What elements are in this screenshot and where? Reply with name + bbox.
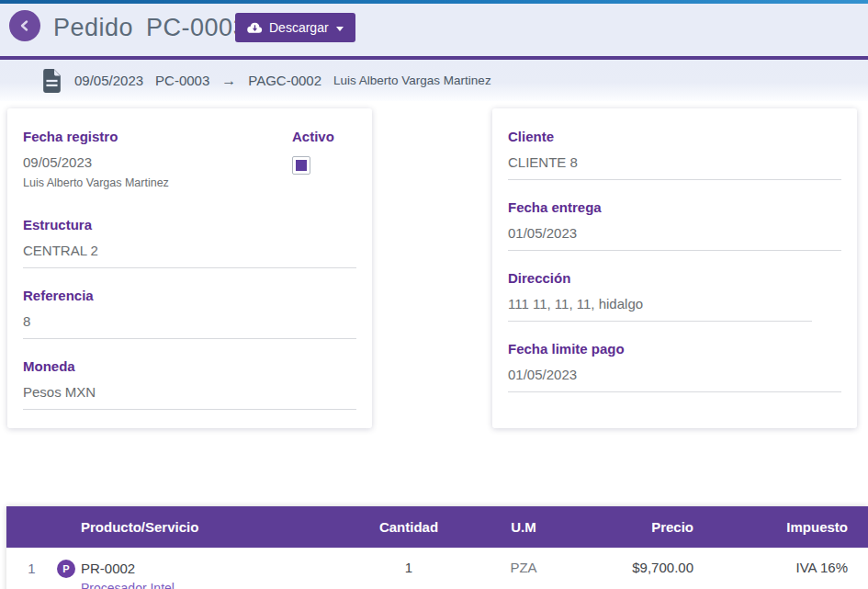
header-producto-servicio: Producto/Servicio	[57, 519, 358, 535]
page-title-text: Pedido	[53, 14, 133, 41]
back-button[interactable]	[9, 10, 40, 41]
document-icon	[41, 68, 62, 94]
referencia-value[interactable]: 8	[23, 314, 356, 339]
summary-bar: 09/05/2023 PC-0003 → PAGC-0002 Luis Albe…	[0, 60, 868, 101]
header-cantidad: Cantidad	[358, 519, 459, 535]
product-description: Procesador Intel	[81, 580, 175, 589]
moneda-value[interactable]: Pesos MXN	[23, 385, 356, 410]
row-number: 1	[6, 560, 57, 576]
field-moneda: Moneda Pesos MXN	[23, 359, 356, 410]
summary-payment-code: PAGC-0002	[248, 73, 321, 88]
chevron-left-icon	[17, 18, 32, 33]
items-table: Producto/Servicio Cantidad U.M Precio Im…	[6, 506, 868, 589]
row-cantidad: 1	[358, 560, 459, 575]
header-precio: Precio	[588, 519, 712, 535]
field-activo: Activo	[292, 130, 334, 175]
summary-user-name: Luis Alberto Vargas Martinez	[333, 74, 491, 87]
header-impuesto: Impuesto	[712, 519, 868, 535]
download-label: Descargar	[269, 20, 329, 35]
fecha-limite-pago-label: Fecha limite pago	[508, 342, 841, 357]
activo-checkbox[interactable]	[292, 156, 310, 175]
cloud-download-icon	[247, 20, 263, 36]
estructura-label: Estructura	[23, 218, 356, 232]
row-um: PZA	[459, 560, 588, 575]
activo-checkbox-checked-mark	[296, 160, 307, 171]
appbar: PedidoPC-0003 Descargar	[0, 4, 868, 56]
caret-down-icon	[336, 27, 344, 31]
estructura-value[interactable]: CENTRAL 2	[23, 244, 356, 268]
field-referencia: Referencia 8	[23, 289, 356, 339]
arrow-right-icon: →	[221, 73, 236, 89]
referencia-label: Referencia	[23, 289, 356, 303]
field-fecha-limite-pago: Fecha limite pago 01/05/2023	[508, 342, 841, 392]
row-precio: $9,700.00	[588, 560, 712, 575]
row-product-cell: P PR-0002 Procesador Intel	[57, 560, 358, 589]
moneda-label: Moneda	[23, 359, 356, 374]
items-table-header: Producto/Servicio Cantidad U.M Precio Im…	[6, 506, 868, 548]
page-title: PedidoPC-0003	[53, 14, 247, 42]
page: PedidoPC-0003 Descargar 09/05/2023 PC-00…	[0, 0, 868, 589]
row-impuesto: IVA 16%	[712, 560, 868, 575]
field-direccion: Dirección 111 11, 11, 11, hidalgo	[508, 271, 841, 322]
field-fecha-entrega: Fecha entrega 01/05/2023	[508, 200, 841, 251]
product-code: PR-0002	[81, 560, 175, 578]
header-um: U.M	[459, 519, 588, 535]
summary-order-code: PC-0003	[155, 73, 209, 88]
activo-label: Activo	[292, 130, 334, 144]
download-button[interactable]: Descargar	[235, 13, 355, 42]
fecha-limite-pago-value[interactable]: 01/05/2023	[508, 368, 841, 392]
fecha-entrega-label: Fecha entrega	[508, 200, 841, 215]
client-details-card: Cliente CLIENTE 8 Fecha entrega 01/05/20…	[492, 108, 857, 428]
order-details-card: Fecha registro 09/05/2023 Luis Alberto V…	[7, 108, 372, 428]
product-badge-icon: P	[57, 560, 75, 578]
page-title-code: PC-0003	[146, 14, 247, 41]
field-estructura: Estructura CENTRAL 2	[23, 218, 356, 268]
cliente-label: Cliente	[508, 130, 841, 144]
field-cliente: Cliente CLIENTE 8	[508, 130, 841, 180]
direccion-label: Dirección	[508, 271, 841, 286]
cliente-value[interactable]: CLIENTE 8	[508, 155, 841, 180]
direccion-value[interactable]: 111 11, 11, 11, hidalgo	[508, 297, 812, 322]
fecha-entrega-value[interactable]: 01/05/2023	[508, 226, 841, 251]
table-row[interactable]: 1 P PR-0002 Procesador Intel 1 PZA $9,70…	[6, 548, 868, 589]
summary-date: 09/05/2023	[74, 73, 143, 88]
fecha-registro-user: Luis Alberto Vargas Martinez	[23, 176, 356, 190]
